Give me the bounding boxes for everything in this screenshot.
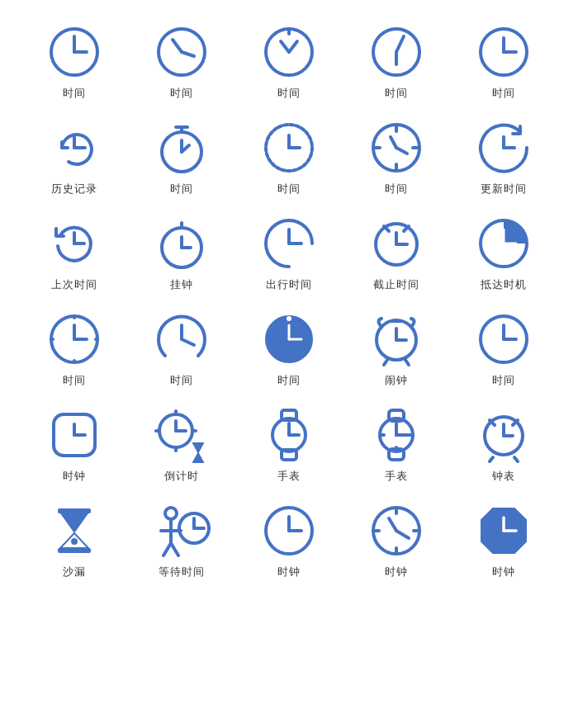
icon-label: 时间 bbox=[277, 373, 301, 388]
icon-label: 抵达时机 bbox=[481, 277, 527, 292]
icon-cell-clock2: 时间 bbox=[132, 17, 231, 104]
icon-cell-refresh-clock: 更新时间 bbox=[454, 112, 553, 200]
svg-line-120 bbox=[171, 543, 178, 555]
icon-label: 更新时间 bbox=[481, 182, 527, 196]
icon-label: 时间 bbox=[63, 373, 86, 388]
svg-line-109 bbox=[490, 457, 493, 461]
icon-label: 倒计时 bbox=[164, 469, 199, 484]
svg-line-32 bbox=[391, 137, 396, 148]
icon-cell-clock11: 时间 bbox=[454, 304, 553, 391]
icon-label: 时钟 bbox=[492, 565, 515, 579]
svg-line-7 bbox=[281, 41, 289, 52]
svg-line-70 bbox=[384, 360, 387, 365]
svg-line-71 bbox=[405, 360, 409, 365]
icon-cell-clock-square: 时钟 bbox=[25, 399, 124, 487]
icon-cell-arrival: 抵达时机 bbox=[454, 208, 553, 295]
icon-cell-clock3: 时间 bbox=[239, 17, 339, 104]
icon-label: 挂钟 bbox=[170, 277, 193, 292]
icon-cell-clock1: 时间 bbox=[25, 17, 124, 104]
icon-cell-clock14: 时钟 bbox=[454, 495, 553, 583]
svg-marker-89 bbox=[192, 451, 204, 462]
svg-point-66 bbox=[287, 316, 291, 321]
icon-label: 时钟 bbox=[63, 469, 86, 484]
svg-line-110 bbox=[514, 457, 518, 461]
icon-cell-watch1: 手表 bbox=[239, 399, 339, 487]
icon-cell-travel-time: 出行时间 bbox=[239, 208, 339, 295]
icon-cell-waiting: 等待时间 bbox=[132, 495, 231, 583]
icon-label: 出行时间 bbox=[266, 277, 312, 292]
icon-label: 截止时间 bbox=[373, 277, 419, 292]
icon-cell-clock13: 时钟 bbox=[347, 495, 446, 583]
svg-point-60 bbox=[57, 355, 59, 357]
icon-label: 沙漏 bbox=[63, 565, 86, 579]
icon-cell-clock10: 时间 bbox=[239, 304, 339, 391]
svg-line-5 bbox=[182, 52, 194, 56]
icon-label: 历史记录 bbox=[51, 182, 97, 196]
svg-point-55 bbox=[51, 338, 54, 341]
icon-cell-alarm1: 闹钟 bbox=[347, 304, 446, 391]
icon-label: 上次时间 bbox=[51, 277, 97, 292]
svg-line-11 bbox=[396, 36, 404, 52]
icon-cell-hourglass: 沙漏 bbox=[25, 495, 124, 583]
icon-cell-watch2: 手表 bbox=[347, 399, 446, 487]
svg-rect-113 bbox=[58, 508, 91, 513]
icon-label: 时间 bbox=[277, 182, 301, 196]
icon-cell-clock7: 时间 bbox=[347, 112, 446, 200]
icon-label: 时间 bbox=[170, 86, 193, 101]
icon-cell-countdown: 倒计时 bbox=[132, 399, 231, 487]
svg-line-4 bbox=[173, 40, 182, 52]
icon-label: 时钟 bbox=[385, 565, 408, 579]
svg-line-132 bbox=[389, 518, 396, 531]
icon-label: 时钟 bbox=[277, 565, 301, 579]
icon-label: 时间 bbox=[170, 182, 193, 196]
svg-line-64 bbox=[182, 339, 194, 345]
svg-point-56 bbox=[94, 338, 97, 341]
icon-cell-clock12: 时钟 bbox=[239, 495, 339, 583]
icon-cell-clock9: 时间 bbox=[132, 304, 231, 391]
svg-line-119 bbox=[163, 543, 171, 555]
icon-cell-last-time: 上次时间 bbox=[25, 208, 124, 295]
icon-label: 时间 bbox=[385, 86, 408, 101]
icon-label: 等待时间 bbox=[159, 565, 205, 579]
svg-point-116 bbox=[165, 508, 177, 519]
icon-label: 时间 bbox=[385, 182, 408, 196]
icon-label: 时间 bbox=[492, 373, 515, 388]
svg-point-58 bbox=[57, 322, 59, 324]
svg-point-23 bbox=[180, 150, 183, 154]
svg-line-8 bbox=[289, 41, 297, 52]
svg-point-53 bbox=[73, 316, 76, 319]
icon-cell-clock8: 时间 bbox=[25, 304, 124, 391]
icon-cell-wall-clock: 挂钟 bbox=[132, 208, 231, 295]
icon-cell-clock4: 时间 bbox=[347, 17, 446, 104]
icon-label: 手表 bbox=[277, 469, 301, 484]
icon-label: 闹钟 bbox=[385, 373, 408, 388]
icon-label: 时间 bbox=[170, 373, 193, 388]
icon-cell-deadline: 截止时间 bbox=[347, 208, 446, 295]
icon-cell-clock6: 时间 bbox=[239, 112, 339, 200]
svg-point-115 bbox=[71, 538, 78, 545]
icon-label: 时间 bbox=[63, 86, 86, 101]
icon-grid: 时间 时间 时间 时间 bbox=[25, 17, 553, 583]
svg-line-133 bbox=[396, 531, 409, 538]
icon-cell-alarm2: 钟表 bbox=[454, 399, 553, 487]
svg-line-33 bbox=[396, 148, 407, 154]
icon-label: 钟表 bbox=[492, 469, 515, 484]
icon-cell-stopwatch: 时间 bbox=[132, 112, 231, 200]
icon-cell-clock5: 时间 bbox=[454, 17, 553, 104]
svg-point-57 bbox=[90, 322, 92, 324]
svg-point-54 bbox=[73, 359, 76, 362]
icon-label: 时间 bbox=[492, 86, 515, 101]
icon-cell-history: 历史记录 bbox=[25, 112, 124, 200]
icon-label: 时间 bbox=[277, 86, 301, 101]
icon-label: 手表 bbox=[385, 469, 408, 484]
svg-point-59 bbox=[90, 355, 92, 357]
